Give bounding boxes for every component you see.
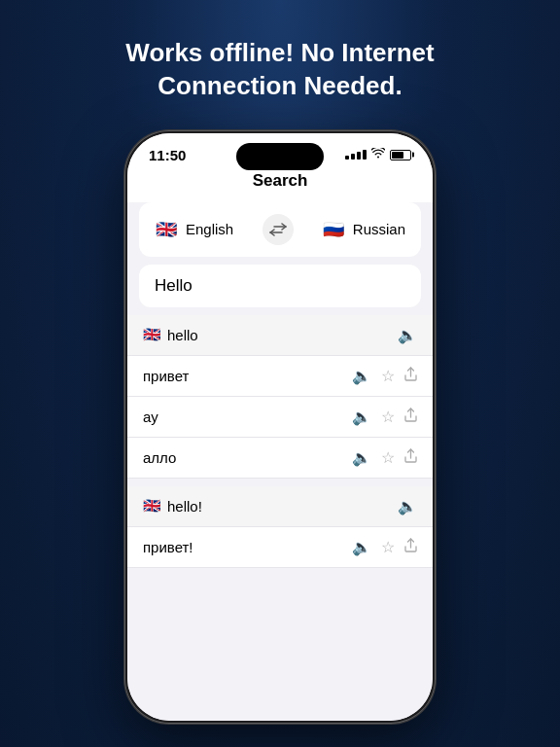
star-icon[interactable]: ☆ (381, 538, 395, 556)
results-list: 🇬🇧 hello 🔈 привет 🔈 ☆ (127, 315, 433, 721)
source-entry: 🇬🇧 hello (143, 326, 198, 343)
translation-actions: 🔈 ☆ (352, 538, 417, 556)
phone-frame: 11:50 (124, 130, 436, 724)
section-divider (127, 479, 433, 486)
status-time: 11:50 (149, 147, 186, 163)
star-icon[interactable]: ☆ (381, 408, 395, 426)
speaker-icon[interactable]: 🔈 (398, 326, 417, 344)
share-icon[interactable] (404, 448, 417, 466)
source-lang-label: English (186, 221, 233, 237)
list-item: алло 🔈 ☆ (127, 438, 433, 479)
swap-languages-button[interactable] (262, 214, 294, 245)
share-icon[interactable] (404, 408, 417, 425)
headline: Works offline! No Internet Connection Ne… (87, 37, 472, 103)
source-entry-text: hello! (167, 498, 202, 515)
source-language[interactable]: 🇬🇧 English (155, 218, 233, 241)
translation-actions: 🔈 ☆ (352, 448, 417, 467)
target-language[interactable]: 🇷🇺 Russian (322, 218, 405, 241)
speaker-icon[interactable]: 🔈 (352, 367, 371, 385)
speaker-icon[interactable]: 🔈 (352, 448, 371, 467)
battery-icon (390, 150, 411, 160)
search-input[interactable]: Hello (155, 276, 192, 295)
list-item: привет! 🔈 ☆ (127, 527, 433, 568)
source-entry-flag: 🇬🇧 (143, 326, 161, 343)
wifi-icon (371, 148, 385, 161)
translation-actions: 🔈 ☆ (352, 408, 417, 426)
share-icon[interactable] (404, 538, 417, 555)
list-item: 🇬🇧 hello! 🔈 (127, 486, 433, 527)
source-entry-actions: 🔈 (398, 326, 417, 344)
share-icon[interactable] (404, 367, 417, 384)
speaker-icon[interactable]: 🔈 (352, 408, 371, 426)
signal-icon (345, 150, 367, 160)
status-bar: 11:50 (127, 133, 433, 163)
language-selector[interactable]: 🇬🇧 English 🇷🇺 Russian (139, 202, 421, 257)
source-entry-flag: 🇬🇧 (143, 497, 161, 515)
star-icon[interactable]: ☆ (381, 448, 395, 467)
phone-screen: 11:50 (127, 133, 433, 721)
translation-text: привет (143, 368, 189, 384)
speaker-icon[interactable]: 🔈 (352, 538, 371, 556)
dynamic-island (236, 143, 324, 170)
headline-line1: Works offline! No Internet (125, 38, 434, 67)
status-icons (345, 148, 411, 161)
source-entry: 🇬🇧 hello! (143, 497, 202, 515)
list-item: 🇬🇧 hello 🔈 (127, 315, 433, 356)
translation-text: привет! (143, 539, 193, 555)
translation-text: алло (143, 449, 176, 466)
list-item: ау 🔈 ☆ (127, 397, 433, 438)
source-flag: 🇬🇧 (155, 218, 178, 241)
translation-text: ау (143, 409, 158, 425)
target-lang-label: Russian (353, 221, 405, 237)
speaker-icon[interactable]: 🔈 (398, 497, 417, 516)
translation-actions: 🔈 ☆ (352, 367, 417, 385)
list-item: привет 🔈 ☆ (127, 356, 433, 397)
target-flag: 🇷🇺 (322, 218, 345, 241)
search-input-area[interactable]: Hello (139, 265, 421, 307)
source-entry-actions: 🔈 (398, 497, 417, 516)
star-icon[interactable]: ☆ (381, 367, 395, 385)
source-entry-text: hello (167, 327, 198, 343)
headline-line2: Connection Needed. (158, 71, 402, 100)
